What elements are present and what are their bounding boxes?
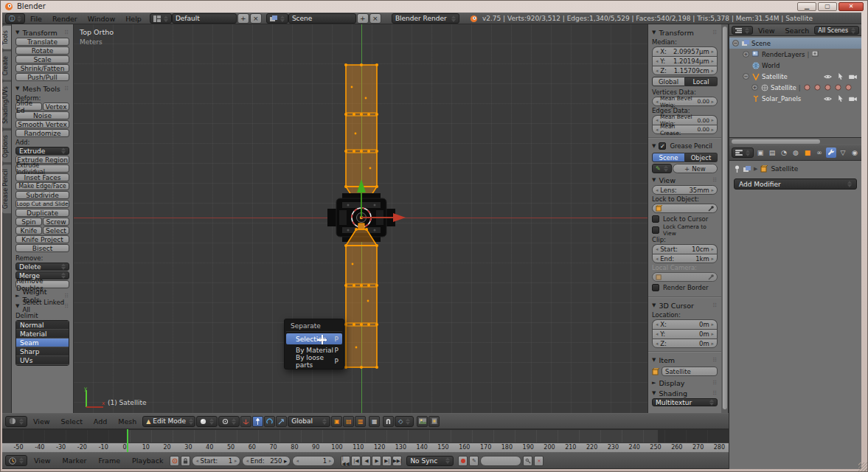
timeline-ruler[interactable]: -50-40-30-20-100102030405060708090100110…	[2, 442, 729, 452]
panel-drag-dots-icon[interactable]: ⠿	[64, 86, 69, 92]
material-sphere-icon[interactable]	[824, 83, 832, 91]
mean-crease-field[interactable]: ◂ Mean Crease:0.00 ▸	[652, 125, 718, 134]
selectable-cursor-icon[interactable]	[836, 94, 844, 103]
bisect-button[interactable]: Bisect	[15, 244, 69, 252]
lock-camera-row[interactable]: Lock Camera to View	[652, 224, 718, 235]
timeline-track[interactable]	[2, 429, 729, 442]
scene-icon-widget[interactable]	[266, 13, 288, 24]
local-camera-field[interactable]	[652, 272, 718, 282]
smooth-vertex-button[interactable]: Smooth Vertex	[15, 120, 69, 128]
delimit-option-normal[interactable]: Normal	[16, 321, 69, 330]
expand-icon[interactable]: +	[751, 84, 758, 91]
panel-drag-dots-icon[interactable]: ⠿	[712, 30, 718, 36]
menu-file[interactable]: File	[25, 15, 47, 23]
rotate-button[interactable]: Rotate	[15, 46, 69, 55]
duplicate-button[interactable]: Duplicate	[15, 209, 69, 217]
sync-mode-dropdown[interactable]: No Sync	[406, 456, 454, 466]
median-z-field[interactable]: ◂ Z:1.15709cm ▸	[652, 66, 718, 75]
outliner-row-renderlayers[interactable]: + RenderLayers |	[729, 49, 861, 60]
window-resize-grip[interactable]	[858, 462, 867, 471]
delimit-option-uvs[interactable]: UVs	[16, 356, 69, 365]
outliner-scrollbar[interactable]	[729, 137, 861, 145]
play-reverse-button[interactable]: ◀	[361, 456, 371, 466]
keying-icon-button[interactable]: ✎	[469, 456, 479, 466]
material-sphere-icon[interactable]	[803, 83, 811, 91]
current-frame-indicator[interactable]	[127, 429, 128, 452]
mesh-tools-panel-header[interactable]: ▼Mesh Tools⠿	[15, 83, 69, 94]
auto-keyframe-record-button[interactable]	[458, 456, 468, 466]
cursor-panel-header[interactable]: ▼3D Cursor⠿	[652, 300, 718, 310]
add-scene-button[interactable]: +	[357, 13, 369, 24]
global-toggle[interactable]: Global	[652, 77, 685, 86]
panel-drag-dots-icon[interactable]: ⠿	[712, 390, 718, 397]
timeline-view-menu[interactable]: View	[29, 457, 56, 465]
active-keying-set-field[interactable]	[480, 456, 521, 466]
jump-to-start-button[interactable]: |◀◀	[341, 456, 350, 466]
snap-element-dropdown[interactable]: ◇	[395, 416, 414, 427]
select-menu[interactable]: Select	[56, 417, 88, 426]
timeline-playback-menu[interactable]: Playback	[127, 457, 168, 465]
pin-icon[interactable]	[734, 165, 740, 173]
limit-selection-visible-toggle[interactable]: ▦	[369, 416, 380, 427]
render-border-row[interactable]: Render Border	[652, 282, 718, 294]
tab-render[interactable]: ▣	[755, 148, 765, 158]
clip-end-field[interactable]: ◂ End:1km ▸	[652, 254, 718, 263]
delete-dropdown[interactable]: Delete	[15, 263, 69, 271]
shading-panel-header[interactable]: ▼Shading⠿	[652, 388, 718, 398]
translate-button[interactable]: Translate	[15, 38, 69, 46]
item-name-field[interactable]: Satellite	[662, 367, 718, 376]
panel-drag-dots-icon[interactable]: ⠿	[64, 303, 69, 310]
material-sphere-icon[interactable]	[844, 83, 853, 91]
visibility-eye-icon[interactable]	[824, 72, 832, 80]
tab-modifiers[interactable]	[826, 148, 836, 158]
use-preview-range-toggle[interactable]	[170, 456, 179, 466]
tab-options[interactable]: Options	[2, 131, 11, 162]
outliner-row-scene[interactable]: − Scene	[729, 38, 861, 49]
opengl-render-animation-button[interactable]	[428, 416, 440, 427]
face-select-mode-toggle[interactable]: ▥	[355, 416, 366, 427]
tab-object[interactable]: ■	[802, 148, 813, 158]
tab-world[interactable]: ◍	[791, 148, 801, 158]
editor-type-selector[interactable]	[5, 416, 27, 427]
tab-constraints[interactable]: ∞	[814, 148, 824, 158]
edge-select-mode-toggle[interactable]: ▤	[343, 416, 354, 427]
mesh-menu[interactable]: Mesh	[113, 417, 142, 426]
outliner-row-world[interactable]: World	[729, 60, 861, 71]
panel-drag-dots-icon[interactable]: ⠿	[712, 380, 718, 386]
gp-scene-toggle[interactable]: Scene	[652, 153, 685, 162]
renderability-camera-icon[interactable]	[849, 72, 857, 80]
outliner-scope-dropdown[interactable]: All Scenes	[814, 26, 859, 35]
transform-panel-header[interactable]: ▼Transform⠿	[652, 27, 718, 38]
add-menu[interactable]: Add	[88, 417, 112, 426]
breadcrumb-object-name[interactable]: Satellite	[771, 165, 798, 173]
expand-icon[interactable]: +	[743, 51, 749, 58]
panel-drag-dots-icon[interactable]: ⠿	[64, 30, 69, 36]
tab-scene[interactable]: ◔	[779, 148, 789, 158]
median-x-field[interactable]: ◂ X:2.09957µm ▸	[652, 46, 718, 56]
renderability-camera-icon[interactable]	[849, 94, 857, 103]
screw-button[interactable]: Screw	[43, 218, 69, 226]
outliner-row-satellite-object[interactable]: − Satellite	[729, 71, 861, 82]
outliner-search-menu[interactable]: Search	[780, 27, 815, 35]
view-panel-header[interactable]: ▼View⠿	[652, 175, 718, 185]
collapse-icon[interactable]: −	[743, 73, 749, 80]
outliner-row-satellite-mesh[interactable]: + Satellite |	[729, 82, 861, 93]
vertex-select-mode-toggle[interactable]: ▣	[331, 416, 342, 427]
tab-object-data[interactable]: ▽	[838, 148, 848, 158]
add-layout-button[interactable]: +	[237, 13, 249, 24]
vertex-bevel-weight-field[interactable]: ◂ Mean Bevel Weig:0.00 ▸	[652, 97, 718, 106]
opengl-render-image-button[interactable]	[417, 416, 428, 427]
render-engine-select[interactable]: Blender Render	[392, 13, 459, 24]
play-button[interactable]: ▶	[372, 456, 381, 466]
grease-pencil-checkbox[interactable]: ✓	[659, 142, 666, 150]
tab-material[interactable]: ◉	[850, 148, 860, 158]
panel-drag-dots-icon[interactable]: ⠿	[712, 177, 718, 184]
visibility-eye-icon[interactable]	[824, 94, 832, 103]
tab-grease-pencil[interactable]: Grease Pencil	[2, 164, 11, 213]
select-linked-panel-header[interactable]: ▼Select Linked All⠿	[15, 301, 69, 311]
display-panel-header[interactable]: ►Display⠿	[652, 378, 718, 388]
previous-keyframe-button[interactable]: |◀	[351, 456, 361, 466]
transform-panel-header[interactable]: ▼Transform⠿	[15, 27, 69, 38]
lock-range-toggle[interactable]	[181, 456, 190, 466]
make-edge-face-button[interactable]: Make Edge/Face	[15, 182, 69, 190]
